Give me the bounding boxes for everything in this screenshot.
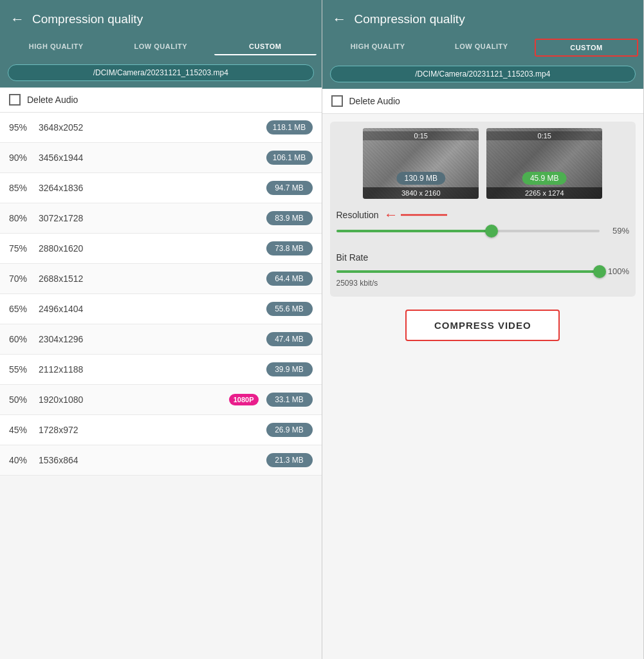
table-row[interactable]: 80% 3072x1728 83.9 MB [0, 203, 322, 234]
bitrate-label: Bit Rate [336, 252, 630, 263]
right-file-path: /DCIM/Camera/20231121_115203.mp4 [330, 66, 636, 82]
original-time: 0:15 [363, 131, 479, 140]
quality-res: 1920x1080 [39, 394, 224, 405]
compressed-dims: 2265 x 1274 [486, 187, 602, 199]
table-row[interactable]: 95% 3648x2052 118.1 MB [0, 113, 322, 143]
left-delete-audio-checkbox[interactable] [9, 94, 21, 106]
quality-pct: 85% [9, 183, 33, 193]
left-tab-high-quality[interactable]: HIGH QUALITY [5, 39, 107, 55]
custom-content: 0:15 130.9 MB 3840 x 2160 0:15 45.9 MB 2… [322, 114, 644, 349]
quality-res: 2112x1188 [39, 364, 261, 375]
right-header: ← Compression quality [322, 0, 644, 39]
resolution-slider-row: 59% [336, 226, 630, 236]
bitrate-section: Bit Rate 100% 25093 kbit/s [336, 250, 630, 290]
quality-size: 39.9 MB [266, 362, 313, 376]
table-row[interactable]: 50% 1920x1080 1080P 33.1 MB [0, 385, 322, 415]
left-title: Compression quality [32, 12, 143, 26]
left-file-path-bar: /DCIM/Camera/20231121_115203.mp4 [0, 62, 322, 88]
table-row[interactable]: 90% 3456x1944 106.1 MB [0, 143, 322, 173]
right-panel: ← Compression quality HIGH QUALITY LOW Q… [322, 0, 645, 659]
right-tab-low-quality[interactable]: LOW QUALITY [431, 39, 532, 57]
right-back-button[interactable]: ← [333, 11, 347, 28]
quality-pct: 60% [9, 334, 33, 344]
badge-1080p: 1080P [229, 394, 259, 405]
left-quality-list: 95% 3648x2052 118.1 MB 90% 3456x1944 106… [0, 113, 322, 476]
table-row[interactable]: 55% 2112x1188 39.9 MB [0, 355, 322, 385]
table-row[interactable]: 45% 1728x972 26.9 MB [0, 415, 322, 445]
left-back-button[interactable]: ← [10, 11, 24, 28]
quality-size: 21.3 MB [266, 453, 313, 467]
quality-pct: 80% [9, 213, 33, 223]
compressed-video-thumb: 0:15 45.9 MB 2265 x 1274 [486, 128, 602, 199]
left-delete-audio-row: Delete Audio [0, 88, 322, 113]
compressed-time: 0:15 [486, 131, 602, 140]
preview-original: 0:15 130.9 MB 3840 x 2160 [363, 128, 479, 199]
table-row[interactable]: 60% 2304x1296 47.4 MB [0, 324, 322, 355]
quality-size: 64.4 MB [266, 272, 313, 286]
quality-res: 1536x864 [39, 455, 261, 465]
quality-res: 1728x972 [39, 425, 261, 435]
resolution-section: Resolution ← 59% [336, 205, 630, 238]
quality-size: 55.6 MB [266, 302, 313, 316]
resolution-label: Resolution ← [336, 208, 630, 222]
table-row[interactable]: 65% 2496x1404 55.6 MB [0, 294, 322, 324]
left-header: ← Compression quality [0, 0, 322, 39]
quality-res: 3648x2052 [39, 122, 261, 133]
quality-size: 106.1 MB [266, 151, 313, 165]
quality-size: 33.1 MB [266, 393, 313, 407]
original-dims: 3840 x 2160 [363, 187, 479, 199]
quality-size: 47.4 MB [266, 332, 313, 346]
right-content: Delete Audio 0:15 130.9 MB 3840 x 2160 [322, 89, 644, 659]
compress-video-button[interactable]: COMPRESS VIDEO [405, 310, 560, 341]
quality-pct: 70% [9, 274, 33, 284]
quality-pct: 75% [9, 243, 33, 254]
compressed-size: 45.9 MB [522, 172, 567, 185]
preview-row: 0:15 130.9 MB 3840 x 2160 0:15 45.9 MB 2… [336, 128, 630, 199]
preview-container: 0:15 130.9 MB 3840 x 2160 0:15 45.9 MB 2… [330, 122, 636, 297]
quality-size: 26.9 MB [266, 423, 313, 437]
original-video-thumb: 0:15 130.9 MB 3840 x 2160 [363, 128, 479, 199]
left-tabs: HIGH QUALITY LOW QUALITY CUSTOM [0, 39, 322, 62]
quality-res: 2880x1620 [39, 243, 261, 254]
arrow-line [401, 210, 452, 220]
quality-size: 83.9 MB [266, 211, 313, 225]
bitrate-pct: 100% [606, 266, 629, 276]
bitrate-slider-track[interactable] [336, 270, 600, 273]
quality-size: 118.1 MB [266, 120, 313, 135]
table-row[interactable]: 85% 3264x1836 94.7 MB [0, 173, 322, 203]
quality-size: 73.8 MB [266, 241, 313, 255]
bitrate-slider-row: 100% [336, 266, 630, 276]
left-delete-audio-label: Delete Audio [27, 95, 78, 105]
original-size: 130.9 MB [397, 172, 445, 185]
quality-pct: 55% [9, 364, 33, 375]
left-tab-custom[interactable]: CUSTOM [214, 39, 317, 55]
left-panel: ← Compression quality HIGH QUALITY LOW Q… [0, 0, 322, 659]
quality-pct: 90% [9, 153, 33, 163]
quality-res: 3264x1836 [39, 183, 261, 193]
right-delete-audio-label: Delete Audio [349, 96, 400, 106]
quality-pct: 65% [9, 304, 33, 314]
table-row[interactable]: 75% 2880x1620 73.8 MB [0, 234, 322, 264]
quality-res: 2688x1512 [39, 274, 261, 284]
right-tab-custom[interactable]: CUSTOM [535, 39, 638, 57]
right-delete-audio-checkbox[interactable] [331, 95, 343, 107]
resolution-pct: 59% [606, 226, 629, 236]
left-content: Delete Audio 95% 3648x2052 118.1 MB 90% … [0, 88, 322, 659]
left-file-path: /DCIM/Camera/20231121_115203.mp4 [8, 64, 314, 81]
right-tabs: HIGH QUALITY LOW QUALITY CUSTOM [322, 39, 644, 63]
resolution-slider-track[interactable] [336, 230, 600, 232]
bitrate-slider-fill [336, 270, 600, 273]
red-arrow-icon: ← [384, 208, 398, 222]
bitrate-kbps: 25093 kbit/s [336, 279, 630, 288]
quality-size: 94.7 MB [266, 181, 313, 195]
quality-res: 2496x1404 [39, 304, 261, 314]
table-row[interactable]: 40% 1536x864 21.3 MB [0, 445, 322, 476]
resolution-slider-thumb [485, 225, 498, 237]
right-tab-high-quality[interactable]: HIGH QUALITY [327, 39, 428, 57]
resolution-slider-fill [336, 230, 492, 232]
quality-res: 3072x1728 [39, 213, 261, 223]
left-tab-low-quality[interactable]: LOW QUALITY [110, 39, 212, 55]
table-row[interactable]: 70% 2688x1512 64.4 MB [0, 264, 322, 294]
right-title: Compression quality [354, 12, 465, 26]
quality-res: 3456x1944 [39, 153, 261, 163]
